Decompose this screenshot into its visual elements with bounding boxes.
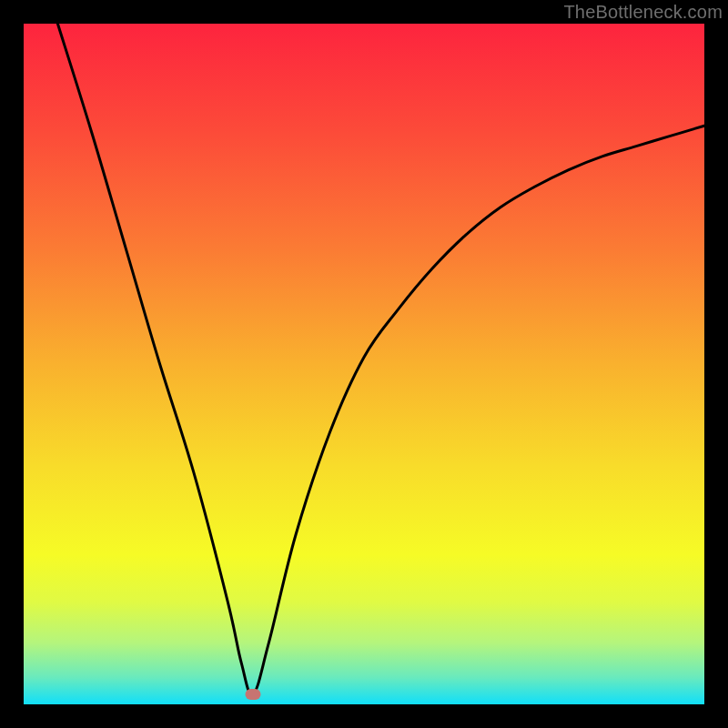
curve-path bbox=[57, 24, 704, 694]
chart-frame: TheBottleneck.com bbox=[0, 0, 728, 728]
watermark-text: TheBottleneck.com bbox=[563, 2, 723, 23]
bottleneck-curve bbox=[24, 24, 704, 704]
optimal-point-marker bbox=[246, 689, 261, 700]
